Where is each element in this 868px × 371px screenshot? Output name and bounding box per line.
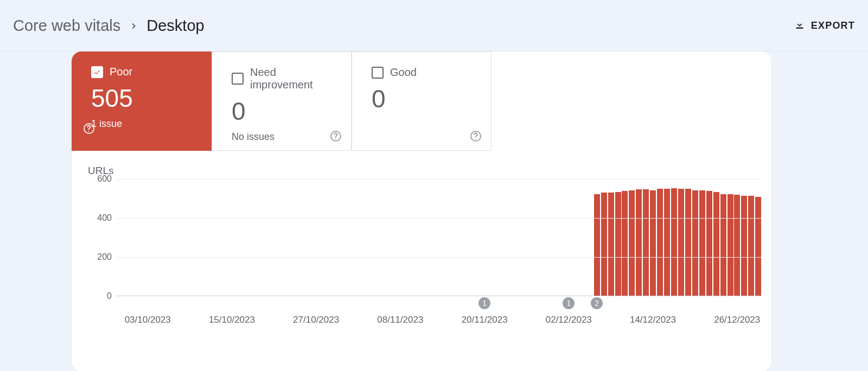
chart-bar-slot <box>755 179 762 296</box>
chart-bar-slot <box>327 179 334 296</box>
status-box-need-improvement[interactable]: Need improvement 0 No issues <box>212 52 352 151</box>
chart-bar[interactable] <box>699 190 705 296</box>
breadcrumb: Core web vitals Desktop <box>13 17 205 35</box>
chart-bar-slot <box>544 179 551 296</box>
chart-bar[interactable] <box>692 190 698 296</box>
chart-bar-slot <box>642 179 649 296</box>
chart-y-ticks: 0200400600 <box>85 179 112 296</box>
chart-bar-slot <box>488 179 495 296</box>
chart-bar-slot <box>453 179 460 296</box>
chart-bar[interactable] <box>629 190 635 296</box>
chart-x-tick: 02/12/2023 <box>546 315 592 325</box>
chart-bar-slot <box>663 179 671 296</box>
status-value: 505 <box>91 84 195 113</box>
status-box-good[interactable]: Good 0 <box>352 52 492 151</box>
chart-bar-slot <box>390 179 397 296</box>
chart-bar[interactable] <box>727 194 733 296</box>
chart-bar-slot <box>137 179 144 296</box>
chart-bar-slot <box>271 179 278 296</box>
chart-bar-slot <box>257 179 264 296</box>
svg-point-6 <box>475 138 476 139</box>
chart-bar-slot <box>130 179 137 296</box>
checkbox-poor[interactable] <box>91 66 103 78</box>
chart-bar-slot <box>474 179 481 296</box>
chart-bar-slot <box>305 179 312 296</box>
chart-bar[interactable] <box>713 192 719 296</box>
chart-bar[interactable] <box>706 191 712 296</box>
help-icon[interactable] <box>82 127 95 137</box>
chart-bar-slot <box>481 179 488 296</box>
chart-x-tick: 14/12/2023 <box>630 315 676 325</box>
chart-bar-slot <box>734 179 741 296</box>
main-card: Poor 505 1 issue Need improvement 0 No i… <box>72 52 771 371</box>
chart-bar-slot <box>685 179 692 296</box>
svg-point-4 <box>335 138 336 139</box>
download-icon <box>794 18 806 33</box>
chart-gridline <box>116 179 762 180</box>
chart-plot[interactable] <box>116 179 762 296</box>
chart-bar-slot <box>509 179 516 296</box>
chart-bar-slot <box>228 179 235 296</box>
chart-bar[interactable] <box>608 193 614 296</box>
chevron-right-icon <box>129 17 138 34</box>
chart-bar-slot <box>713 179 720 296</box>
status-box-poor[interactable]: Poor 505 1 issue <box>72 52 212 151</box>
chart-bar[interactable] <box>643 189 649 296</box>
chart-bar-slot <box>165 179 173 296</box>
status-value: 0 <box>372 84 475 113</box>
chart-bar-slot <box>678 179 685 296</box>
chart-annotation-badge[interactable]: 1 <box>563 297 575 309</box>
checkbox-good[interactable] <box>372 67 384 79</box>
chart-bar-slot <box>572 179 579 296</box>
chart-y-tick: 200 <box>97 252 112 262</box>
checkbox-need-improvement[interactable] <box>232 73 244 85</box>
chart-bar[interactable] <box>622 191 628 296</box>
chart-bar-slot <box>173 179 180 296</box>
chart-bar-slot <box>151 179 158 296</box>
chart-bar[interactable] <box>615 192 621 296</box>
chart-bar-slot <box>298 179 305 296</box>
chart-x-tick: 26/12/2023 <box>714 315 760 325</box>
help-icon[interactable] <box>469 130 482 143</box>
chart-gridline <box>116 257 762 258</box>
breadcrumb-parent[interactable]: Core web vitals <box>13 17 120 35</box>
chart-bar[interactable] <box>685 189 691 296</box>
chart-bar-slot <box>671 179 678 296</box>
chart-annotation-badge[interactable]: 2 <box>591 297 603 309</box>
chart-bar[interactable] <box>657 189 663 296</box>
chart-bar[interactable] <box>636 189 642 296</box>
chart-bar-slot <box>446 179 453 296</box>
chart-bar-slot <box>418 179 425 296</box>
chart-bar[interactable] <box>720 194 726 296</box>
chart-bar[interactable] <box>678 189 684 296</box>
export-button[interactable]: EXPORT <box>794 18 855 33</box>
help-icon[interactable] <box>329 130 342 143</box>
chart-bar[interactable] <box>755 197 761 296</box>
chart-bar[interactable] <box>601 193 607 296</box>
chart-bar-slot <box>179 179 186 296</box>
chart-x-tick: 27/10/2023 <box>293 315 339 325</box>
chart-bar[interactable] <box>748 196 754 296</box>
chart-bar-slot <box>341 179 348 296</box>
chart-bar-slot <box>586 179 593 296</box>
chart-bar-slot <box>741 179 748 296</box>
chart-bar-slot <box>278 179 285 296</box>
chart-bar-slot <box>214 179 221 296</box>
chart-bar-slot <box>411 179 418 296</box>
status-label: Need improvement <box>250 66 335 91</box>
status-subtext: No issues <box>232 131 335 143</box>
status-subtext: 1 issue <box>91 118 195 130</box>
chart-annotation-badge[interactable]: 1 <box>478 297 490 309</box>
chart-bar-slot <box>362 179 369 296</box>
chart-bar-slot <box>144 179 151 296</box>
chart-bar[interactable] <box>741 196 747 296</box>
chart-bar-slot <box>601 179 608 296</box>
chart-bar-slot <box>383 179 390 296</box>
chart-bar[interactable] <box>664 189 670 296</box>
chart-bar[interactable] <box>650 190 656 296</box>
chart-x-tick: 20/11/2023 <box>462 315 508 325</box>
chart-x-tick: 15/10/2023 <box>209 315 255 325</box>
chart-bar[interactable] <box>734 195 740 296</box>
chart-bar[interactable] <box>594 194 600 296</box>
chart-bar[interactable] <box>671 188 677 296</box>
